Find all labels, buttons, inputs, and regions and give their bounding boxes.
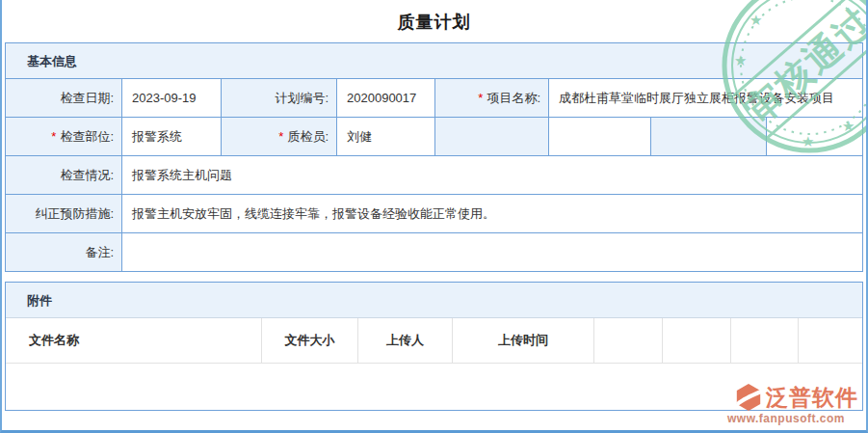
project-name-label: * 项目名称: [435,79,548,117]
page-title: 质量计划 [2,0,866,42]
column-empty [594,318,663,363]
footer-brand: 泛普软件 www.fanpusoft.com [714,383,858,425]
basic-info-grid: 检查日期: 2023-09-19 计划编号: 2020090017 * 项目名称… [6,79,862,271]
check-situation-value: 报警系统主机问题 [122,156,862,194]
column-empty [799,318,862,363]
basic-info-section-title: 基本信息 [6,43,862,79]
check-date-value: 2023-09-19 [122,79,221,117]
column-empty [731,318,799,363]
corrective-measures-label: 纠正预防措施: [6,195,121,232]
brand-website: www.fanpusoft.com [714,412,858,425]
fanpu-logo-icon [734,383,763,412]
check-part-value: 报警系统 [122,118,221,155]
quality-plan-page: 质量计划 基本信息 检查日期: 2023-09-19 计划编号: 2020090… [0,0,868,433]
plan-no-label: 计划编号: [222,79,336,117]
column-file-size: 文件大小 [262,318,358,363]
inspector-value: 刘健 [337,118,434,155]
empty-label-cell [651,118,766,155]
column-upload-time: 上传时间 [453,318,594,363]
check-situation-label: 检查情况: [6,156,121,194]
project-name-value: 成都杜甫草堂临时展厅独立展柜报警设备安装项目 [549,79,862,117]
basic-info-section: 基本信息 检查日期: 2023-09-19 计划编号: 2020090017 *… [5,42,863,272]
empty-label-cell [435,118,548,155]
attachments-section-title: 附件 [6,283,862,318]
corrective-measures-value: 报警主机安放牢固，线缆连接牢靠，报警设备经验收能正常使用。 [122,195,862,232]
empty-value-cell [767,118,862,155]
required-asterisk: * [478,91,483,105]
brand-name: 泛普软件 [766,385,858,410]
column-empty [663,318,731,363]
remark-value [122,233,862,271]
required-asterisk: * [51,129,56,144]
column-uploader: 上传人 [358,318,453,363]
check-date-label: 检查日期: [6,79,121,117]
empty-value-cell [549,118,650,155]
plan-no-value: 2020090017 [337,79,434,117]
check-part-label: * 检查部位: [6,118,121,155]
inspector-label: * 质检员: [222,118,336,155]
column-file-name: 文件名称 [6,318,262,363]
attachments-header-row: 文件名称 文件大小 上传人 上传时间 [6,318,862,364]
remark-label: 备注: [6,233,121,271]
required-asterisk: * [278,129,283,144]
